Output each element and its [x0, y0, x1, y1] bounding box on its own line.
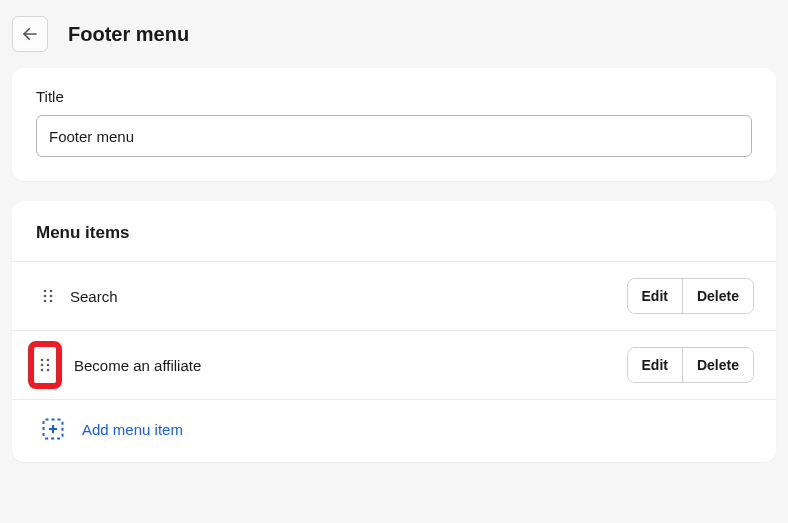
svg-point-12 — [47, 369, 50, 372]
delete-button[interactable]: Delete — [682, 348, 753, 382]
svg-point-1 — [44, 290, 47, 293]
menu-items-heading: Menu items — [12, 201, 776, 261]
edit-button[interactable]: Edit — [628, 348, 682, 382]
arrow-left-icon — [21, 25, 39, 43]
item-actions: Edit Delete — [627, 278, 754, 314]
menu-row: Become an affiliate Edit Delete — [12, 331, 776, 399]
delete-button[interactable]: Delete — [682, 279, 753, 313]
svg-point-9 — [41, 364, 44, 367]
title-card: Title — [12, 68, 776, 181]
highlight-marker — [28, 341, 62, 389]
menu-item-label: Search — [70, 288, 611, 305]
svg-point-5 — [44, 300, 47, 303]
title-field-label: Title — [36, 88, 752, 105]
svg-point-4 — [50, 295, 53, 298]
svg-point-8 — [47, 359, 50, 362]
svg-point-10 — [47, 364, 50, 367]
svg-point-3 — [44, 295, 47, 298]
page-header: Footer menu — [0, 0, 788, 68]
svg-point-11 — [41, 369, 44, 372]
add-menu-item-label: Add menu item — [82, 421, 183, 438]
item-actions: Edit Delete — [627, 347, 754, 383]
svg-point-2 — [50, 290, 53, 293]
add-menu-item-row[interactable]: Add menu item — [12, 400, 776, 462]
page-title: Footer menu — [68, 23, 189, 46]
svg-point-7 — [41, 359, 44, 362]
add-dashed-icon — [42, 418, 64, 440]
svg-point-6 — [50, 300, 53, 303]
drag-handle-icon[interactable] — [42, 289, 54, 303]
drag-handle-icon[interactable] — [39, 358, 51, 372]
menu-items-card: Menu items Search Edit Delete — [12, 201, 776, 462]
menu-row: Search Edit Delete — [12, 262, 776, 330]
title-input[interactable] — [36, 115, 752, 157]
menu-item-label: Become an affiliate — [74, 357, 611, 374]
back-button[interactable] — [12, 16, 48, 52]
edit-button[interactable]: Edit — [628, 279, 682, 313]
